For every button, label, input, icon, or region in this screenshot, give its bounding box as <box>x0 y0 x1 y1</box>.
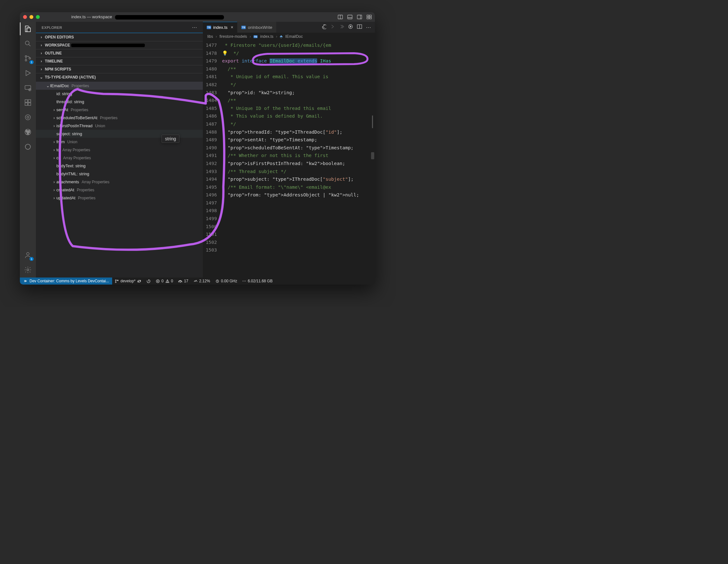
layout-bottom-icon[interactable] <box>347 14 352 20</box>
go-back-icon[interactable] <box>321 24 326 30</box>
extensions-activity[interactable] <box>23 98 32 107</box>
chevron-right-icon: › <box>52 123 56 128</box>
tree-item[interactable]: ›attachmentsArray Properties <box>36 178 203 186</box>
chevron-down-icon: ⌄ <box>39 75 44 79</box>
tree-item[interactable]: ›createdAtProperties <box>36 186 203 194</box>
outline-section[interactable]: › OUTLINE <box>36 49 203 57</box>
workspace-section[interactable]: › WORKSPACE <box>36 41 203 49</box>
branch-label: develop* <box>120 279 136 283</box>
breadcrumb-item[interactable]: libs <box>207 34 213 39</box>
close-icon[interactable]: × <box>231 25 233 30</box>
ghz-status[interactable]: 0.00 GHz <box>213 279 240 283</box>
breadcrumb-item[interactable]: index.ts <box>260 34 273 39</box>
remote-label: Dev Container: Comms by Levels DevContai… <box>29 279 109 283</box>
chevron-right-icon: › <box>52 147 56 152</box>
scrollbar-thumb[interactable] <box>371 152 374 159</box>
misc-activity[interactable] <box>23 142 32 151</box>
svg-rect-2 <box>348 15 352 19</box>
settings-activity[interactable] <box>23 265 32 274</box>
tree-item-label: isFirstPostInThread <box>56 123 93 128</box>
tree-item-label: threadId: string <box>56 99 84 104</box>
sync-status[interactable] <box>144 279 153 283</box>
cpu-status[interactable]: 2.12% <box>191 279 213 283</box>
tree-item[interactable]: ›scheduledToBeSentAtProperties <box>36 114 203 122</box>
breadcrumb[interactable]: libs› firestore-models› TS index.ts› ⬘ I… <box>203 33 375 40</box>
npm-scripts-section[interactable]: › NPM SCRIPTS <box>36 65 203 73</box>
status-bar: Dev Container: Comms by Levels DevContai… <box>20 278 375 285</box>
tree-item-label: from <box>56 139 65 144</box>
tree-item-badge: Properties <box>78 196 95 200</box>
run-icon[interactable] <box>348 24 353 30</box>
scm-activity[interactable]: 1 <box>23 54 32 63</box>
port-count: 17 <box>184 279 188 283</box>
tab-label: onInboxWrite <box>248 25 272 30</box>
sidebar-title: EXPLORER <box>42 26 62 29</box>
port-status[interactable]: 17 <box>176 279 191 283</box>
errors-status[interactable]: 0 0 <box>153 279 176 283</box>
cpu-value: 2.12% <box>199 279 210 283</box>
tree-item-label: createdAt <box>56 187 74 192</box>
layout-right-icon[interactable] <box>357 14 362 20</box>
chevron-right-icon: › <box>52 107 56 112</box>
svg-point-32 <box>115 282 116 283</box>
tree-item[interactable]: ›ccArray Properties <box>36 154 203 162</box>
tree-item-badge: Array Properties <box>63 156 91 160</box>
tree-item[interactable]: ›sentAtProperties <box>36 106 203 114</box>
tree-item[interactable]: ›isFirstPostInThreadUnion <box>36 122 203 130</box>
svg-line-11 <box>29 45 31 46</box>
explorer-activity[interactable] <box>23 24 32 33</box>
error-count: 0 <box>161 279 164 283</box>
tree-item[interactable]: ›updatedAtProperties <box>36 194 203 202</box>
account-badge: 1 <box>29 257 34 261</box>
code-editor[interactable]: 1477147814791480148114821483148414851486… <box>203 40 375 278</box>
lens-activity[interactable] <box>23 113 32 122</box>
open-editors-section[interactable]: › OPEN EDITORS <box>36 33 203 41</box>
tree-item[interactable]: bodyText: string <box>36 162 203 170</box>
tree-item[interactable]: id: string <box>36 90 203 98</box>
layout-grid-icon[interactable] <box>367 14 372 20</box>
code-content[interactable]: * Firestore "users/{userId}/emails/{em💡 … <box>222 40 375 278</box>
tree-item[interactable]: threadId: string <box>36 98 203 106</box>
tree-root[interactable]: ⌄ IEmailDoc Properties <box>36 82 203 90</box>
tab-oninboxwrite[interactable]: TS onInboxWrite <box>237 22 277 33</box>
chevron-right-icon: › <box>39 67 44 71</box>
svg-point-12 <box>25 56 27 57</box>
type-tree: ⌄ IEmailDoc Properties id: stringthreadI… <box>36 81 203 278</box>
breadcrumb-item[interactable]: firestore-models <box>219 34 247 39</box>
activity-bar: 1 1 <box>20 22 36 278</box>
section-label: WORKSPACE <box>45 43 70 47</box>
ts-file-icon: TS <box>253 35 258 38</box>
tree-item[interactable]: ›toArray Properties <box>36 146 203 154</box>
sidebar-more-icon[interactable]: ⋯ <box>192 24 197 30</box>
account-activity[interactable]: 1 <box>23 251 32 260</box>
remote-indicator[interactable]: Dev Container: Comms by Levels DevContai… <box>20 278 112 285</box>
timeline-section[interactable]: › TIMELINE <box>36 57 203 65</box>
go-forward-icon[interactable] <box>330 24 335 30</box>
type-expand-section[interactable]: ⌄ TS-TYPE-EXPAND (ACTIVE) <box>36 73 203 81</box>
search-activity[interactable] <box>23 39 32 48</box>
breadcrumb-item[interactable]: IEmailDoc <box>285 34 303 39</box>
tree-item-label: IEmailDoc <box>50 83 69 88</box>
warning-count: 0 <box>171 279 173 283</box>
go-forward-icon-2[interactable] <box>339 24 344 30</box>
chevron-right-icon: › <box>52 115 56 120</box>
chevron-right-icon: › <box>52 139 56 144</box>
svg-rect-20 <box>25 103 28 105</box>
more-icon[interactable]: ⋯ <box>366 24 371 30</box>
section-label: NPM SCRIPTS <box>45 67 71 71</box>
chevron-right-icon: › <box>39 51 44 55</box>
tree-item-label: cc <box>56 155 61 160</box>
tab-index-ts[interactable]: TS index.ts × <box>203 22 237 33</box>
tree-item-badge: Properties <box>100 116 118 120</box>
github-activity[interactable] <box>23 128 32 137</box>
debug-activity[interactable] <box>23 69 32 78</box>
chevron-right-icon: › <box>52 195 56 200</box>
layout-panel-icon[interactable] <box>338 14 343 20</box>
split-editor-icon[interactable] <box>357 24 362 30</box>
mem-status[interactable]: ⋯ 6.02/11.68 GB <box>240 279 275 283</box>
minimap-indicator <box>372 115 373 128</box>
branch-status[interactable]: develop* <box>112 279 144 283</box>
remote-activity[interactable] <box>23 83 32 92</box>
tree-item-label: id: string <box>56 91 72 96</box>
tree-item[interactable]: bodyHTML: string <box>36 170 203 178</box>
